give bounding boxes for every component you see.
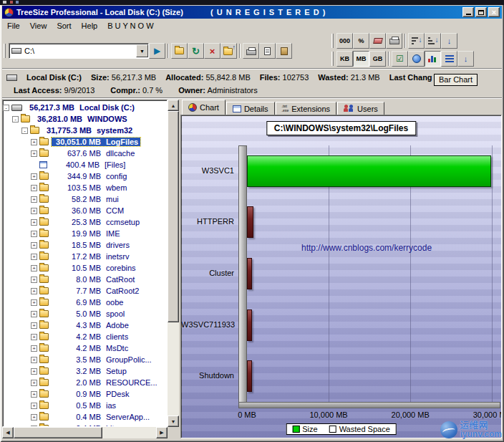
toolbar-grip[interactable] <box>331 34 334 48</box>
tree-item[interactable]: +58.2 MBmui <box>3 193 167 205</box>
tree-item[interactable]: +2.0 MBRESOURCE... <box>3 377 167 388</box>
tree-expander[interactable]: + <box>31 357 37 363</box>
tree-expander[interactable]: + <box>31 380 37 386</box>
tree-expander[interactable]: + <box>31 219 37 226</box>
details-view-button[interactable] <box>441 51 457 67</box>
unit-mb-button[interactable]: MB <box>353 51 369 67</box>
tree-item[interactable]: +10.5 MBcorebins <box>3 262 167 274</box>
menu-file[interactable]: File <box>2 21 25 31</box>
tree-expander[interactable]: - <box>21 128 28 134</box>
scroll-left-button[interactable]: ◀ <box>2 427 14 438</box>
tree-expander[interactable]: + <box>31 196 37 203</box>
sort-ascending-button[interactable]: ↓ <box>408 33 425 49</box>
bar-chart-view-button[interactable] <box>425 51 441 67</box>
maximize-button[interactable] <box>475 7 487 17</box>
tree-expander[interactable]: + <box>31 185 37 191</box>
bar-chart[interactable]: C:\WINDOWS\system32\LogFiles 0 MB10,000 … <box>180 115 502 438</box>
sort-options-dropdown[interactable]: ↓ <box>441 33 457 49</box>
tree-expander[interactable]: + <box>31 173 37 180</box>
menu-help[interactable]: Help <box>77 21 103 31</box>
checklist-button[interactable]: ☑ <box>392 51 408 67</box>
web-report-button[interactable] <box>408 51 425 67</box>
tab-details[interactable]: Details <box>226 102 275 115</box>
tree-item[interactable]: +25.3 MBccmsetup <box>3 216 167 228</box>
tree-item[interactable]: +3.5 MBGroupPolic... <box>3 354 167 365</box>
tree-expander[interactable]: + <box>31 322 37 329</box>
start-scan-button[interactable]: ▶ <box>149 43 165 59</box>
tree-expander[interactable]: + <box>31 288 37 294</box>
tree-expander[interactable]: + <box>31 311 37 317</box>
parent-folder-button[interactable]: ↑ <box>220 43 237 59</box>
tree-item[interactable]: +36.0 MBCCM <box>3 205 167 216</box>
tree-item[interactable]: +18.5 MBdrivers <box>3 239 167 251</box>
tree-expander[interactable]: + <box>31 368 37 375</box>
tree-view[interactable]: -56,217.3 MBLocal Disk (C:)-36,281.0 MBW… <box>2 100 168 427</box>
unit-kb-button[interactable]: KB <box>336 51 353 67</box>
chart-bar-W3SVC711933[interactable] <box>247 309 252 341</box>
toolbar-grip[interactable] <box>331 52 334 66</box>
tree-expander[interactable]: + <box>31 345 37 352</box>
tree-item[interactable]: +3.2 MBSetup <box>3 365 167 377</box>
tree-expander[interactable]: - <box>3 105 9 111</box>
tab-users[interactable]: Users <box>337 102 384 115</box>
tree-item[interactable]: +0.5 MBias <box>3 400 167 411</box>
tree-expander[interactable]: + <box>31 391 37 398</box>
clear-button[interactable] <box>369 33 386 49</box>
view-options-dropdown[interactable]: ↓ <box>457 51 474 67</box>
sort-descending-button[interactable]: ↓ <box>425 33 441 49</box>
close-button[interactable]: × <box>488 7 500 17</box>
tree-item[interactable]: +5.0 MBspool <box>3 308 167 320</box>
tree-item[interactable]: +0.9 MBPDesk <box>3 388 167 400</box>
tree-item[interactable]: +637.6 MBdllcache <box>3 148 167 159</box>
chart-bar-Cluster[interactable] <box>247 258 252 289</box>
tree-expander[interactable]: + <box>31 150 37 157</box>
open-button[interactable] <box>171 43 188 59</box>
menu-sort[interactable]: Sort <box>52 21 76 31</box>
tree-item[interactable]: +4.2 MBclients <box>3 331 167 342</box>
tree-expander[interactable]: + <box>31 403 37 409</box>
scroll-thumb[interactable] <box>14 427 102 438</box>
chart-bar-Shutdown[interactable] <box>247 360 252 392</box>
combo-dropdown-button[interactable]: ▼ <box>136 44 148 57</box>
tree-expander[interactable]: + <box>31 277 37 283</box>
menu-view[interactable]: View <box>25 21 52 31</box>
tree-expander[interactable]: - <box>12 116 19 122</box>
tree-vertical-scrollbar[interactable]: ▲ ▼ <box>168 100 179 427</box>
title-bar[interactable]: TreeSize Professional - Local Disk (C:) … <box>2 6 502 19</box>
tree-item[interactable]: 400.4 MB[Files] <box>3 159 167 170</box>
refresh-button[interactable]: ↻ <box>188 43 204 59</box>
tree-item[interactable]: -36,281.0 MBWINDOWS <box>3 113 167 125</box>
unit-gb-button[interactable]: GB <box>369 51 386 67</box>
decimal-digits-button[interactable]: 000 <box>336 33 353 49</box>
tree-item[interactable]: -56,217.3 MBLocal Disk (C:) <box>3 102 167 113</box>
drive-combo[interactable]: C:\ ▼ <box>9 43 149 59</box>
tree-item[interactable]: +103.5 MBwbem <box>3 182 167 193</box>
tree-expander[interactable]: + <box>31 242 37 249</box>
tree-expander[interactable]: + <box>31 334 37 340</box>
print-preview-button[interactable] <box>259 43 276 59</box>
tree-expander[interactable]: + <box>31 208 37 214</box>
tree-item[interactable]: +4.2 MBMsDtc <box>3 342 167 354</box>
scroll-up-button[interactable]: ▲ <box>168 100 179 111</box>
scroll-down-button[interactable]: ▼ <box>168 415 179 427</box>
tab-extensions[interactable]: .txt.exe Extensions <box>276 102 337 115</box>
toolbar-grip[interactable] <box>4 44 6 58</box>
chart-bar-W3SVC1[interactable] <box>247 155 491 187</box>
tree-item[interactable]: +17.2 MBinetsrv <box>3 251 167 262</box>
tree-expander[interactable]: + <box>31 299 37 306</box>
menu-buy-now[interactable]: B U Y N O W <box>102 21 158 31</box>
tree-item[interactable]: +4.3 MBAdobe <box>3 320 167 331</box>
tree-horizontal-scrollbar[interactable]: ◀ ▶ <box>2 427 168 438</box>
scroll-right-button[interactable]: ▶ <box>156 427 168 438</box>
percent-button[interactable]: % <box>353 33 369 49</box>
tree-item[interactable]: -31,775.3 MBsystem32 <box>3 125 167 136</box>
scroll-thumb[interactable] <box>168 111 179 322</box>
tree-expander[interactable]: + <box>31 414 37 421</box>
tree-expander[interactable]: + <box>31 265 37 272</box>
minimize-button[interactable] <box>462 7 474 17</box>
tree-item[interactable]: +8.0 MBCatRoot <box>3 274 167 285</box>
tree-expander[interactable]: + <box>31 139 37 145</box>
print-button[interactable] <box>243 43 259 59</box>
print-report-button[interactable] <box>386 33 402 49</box>
tree-item[interactable]: +344.9 MBconfig <box>3 170 167 182</box>
